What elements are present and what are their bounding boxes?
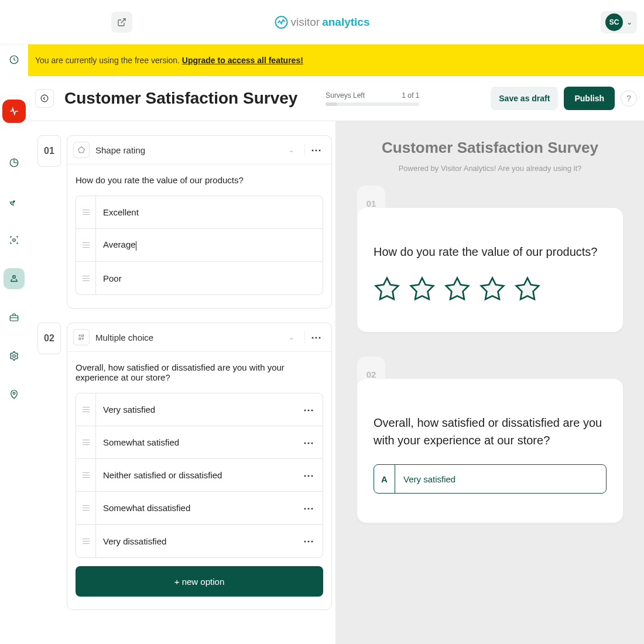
option-input[interactable]: Excellent xyxy=(96,207,323,217)
surveys-left-value: 1 of 1 xyxy=(402,91,419,100)
option-row: Poor xyxy=(76,262,323,294)
preview-question-text: How do you rate the value of our product… xyxy=(374,243,607,261)
question-number: 02 xyxy=(37,323,61,354)
star-icon[interactable] xyxy=(409,276,436,303)
svg-line-0 xyxy=(121,19,125,23)
option-more-button[interactable]: ⋯ xyxy=(303,436,314,449)
question-number: 01 xyxy=(37,135,61,167)
banner-text: You are currently using the free version… xyxy=(35,56,182,65)
logo-icon xyxy=(275,15,289,29)
nav-item-pie[interactable] xyxy=(4,152,25,173)
surveys-progress-bar xyxy=(326,102,419,106)
question-text[interactable]: How do you rate the value of our product… xyxy=(76,175,323,185)
chevron-down-icon: ⌄ xyxy=(626,18,632,26)
question-card: Shape rating ⌄ ⋯ How do you rate the val… xyxy=(67,135,332,309)
surveys-left: Surveys Left 1 of 1 xyxy=(326,91,419,106)
pentagon-icon xyxy=(73,142,90,158)
nav-item-settings[interactable] xyxy=(4,345,25,366)
preview-card: How do you rate the value of our product… xyxy=(357,208,623,332)
option-row: Excellent xyxy=(76,196,323,229)
grid-dots-icon xyxy=(73,329,90,345)
preview-title: Customer Satisfaction Survey xyxy=(347,139,633,157)
option-row: Very satisfied ⋯ xyxy=(76,393,323,426)
question-type-select[interactable]: Multiple choice xyxy=(95,333,153,342)
logo-text-part1: visitor xyxy=(291,16,320,29)
option-row: Very dissatisfied ⋯ xyxy=(76,525,323,557)
svg-point-10 xyxy=(41,95,48,102)
page-title: Customer Satisfaction Survey xyxy=(64,89,297,108)
logo: visitoranalytics xyxy=(275,15,370,29)
option-row: Somewhat dissatisfied ⋯ xyxy=(76,492,323,525)
choice-letter: A xyxy=(374,465,395,493)
nav-item-pulse[interactable] xyxy=(2,100,26,123)
preview-subtitle: Powered by Visitor Analytics! Are you al… xyxy=(347,164,633,173)
star-rating[interactable] xyxy=(374,276,607,303)
option-input[interactable]: Very satisfied xyxy=(96,405,295,415)
option-row: Somewhat satisfied ⋯ xyxy=(76,426,323,459)
option-more-button[interactable]: ⋯ xyxy=(303,502,314,515)
preview-choice[interactable]: A Very satisfied xyxy=(374,464,607,494)
star-icon[interactable] xyxy=(374,276,400,303)
option-row: Neither satisfied or dissatisfied ⋯ xyxy=(76,459,323,492)
choice-label: Very satisfied xyxy=(395,474,464,484)
add-option-button[interactable]: + new option xyxy=(76,566,323,597)
drag-handle-icon[interactable] xyxy=(76,492,96,524)
option-input[interactable]: Very dissatisfied xyxy=(96,536,295,546)
upgrade-banner: You are currently using the free version… xyxy=(28,44,644,76)
preview-question-text: Overall, how satisfied or dissatisfied a… xyxy=(374,414,607,449)
nav-item-location[interactable] xyxy=(4,384,25,405)
svg-rect-13 xyxy=(79,338,81,340)
question-type-select[interactable]: Shape rating xyxy=(95,145,145,155)
nav-item-clock[interactable] xyxy=(4,49,25,70)
upgrade-link[interactable]: Upgrade to access all features! xyxy=(182,56,303,65)
chevron-down-icon[interactable]: ⌄ xyxy=(284,146,299,154)
option-more-button[interactable]: ⋯ xyxy=(303,403,314,416)
drag-handle-icon[interactable] xyxy=(76,262,96,294)
drag-handle-icon[interactable] xyxy=(76,393,96,426)
nav-item-surveys[interactable] xyxy=(4,268,25,289)
nav-item-focus[interactable] xyxy=(4,229,25,251)
back-button[interactable] xyxy=(35,89,54,108)
option-input[interactable]: Neither satisfied or dissatisfied xyxy=(96,470,295,480)
svg-point-4 xyxy=(13,201,15,202)
svg-point-9 xyxy=(13,392,15,395)
option-input[interactable]: Somewhat satisfied xyxy=(96,437,295,447)
preview-card: Overall, how satisfied or dissatisfied a… xyxy=(357,379,623,523)
nav-item-radar[interactable] xyxy=(4,191,25,212)
option-more-button[interactable]: ⋯ xyxy=(303,469,314,482)
question-text[interactable]: Overall, how satisfied or dissatisfied a… xyxy=(76,362,323,382)
avatar: SC xyxy=(605,13,623,31)
question-more-button[interactable]: ⋯ xyxy=(311,331,322,344)
svg-rect-12 xyxy=(82,335,84,337)
drag-handle-icon[interactable] xyxy=(76,459,96,491)
question-more-button[interactable]: ⋯ xyxy=(311,143,322,156)
option-input[interactable]: Poor xyxy=(96,273,323,283)
svg-point-14 xyxy=(82,338,83,339)
option-more-button[interactable]: ⋯ xyxy=(303,535,314,547)
svg-point-8 xyxy=(13,355,16,358)
help-button[interactable]: ? xyxy=(621,90,637,107)
question-card: Multiple choice ⌄ ⋯ Overall, how satisfi… xyxy=(67,323,332,610)
surveys-left-label: Surveys Left xyxy=(326,91,365,100)
option-input[interactable]: Average xyxy=(96,239,323,250)
account-menu[interactable]: SC ⌄ xyxy=(601,11,637,33)
publish-button[interactable]: Publish xyxy=(564,87,615,110)
svg-point-6 xyxy=(13,276,16,279)
drag-handle-icon[interactable] xyxy=(76,525,96,557)
chevron-down-icon[interactable]: ⌄ xyxy=(284,334,299,341)
option-input[interactable]: Somewhat dissatisfied xyxy=(96,503,295,513)
star-icon[interactable] xyxy=(444,276,471,303)
star-icon[interactable] xyxy=(479,276,506,303)
open-external-button[interactable] xyxy=(111,12,132,33)
drag-handle-icon[interactable] xyxy=(76,426,96,458)
drag-handle-icon[interactable] xyxy=(76,196,96,228)
star-icon[interactable] xyxy=(514,276,541,303)
option-row: Average xyxy=(76,229,323,262)
logo-text-part2: analytics xyxy=(322,16,369,29)
svg-point-11 xyxy=(79,335,80,336)
drag-handle-icon[interactable] xyxy=(76,229,96,261)
svg-point-5 xyxy=(13,239,16,242)
nav-item-briefcase[interactable] xyxy=(4,307,25,328)
save-draft-button[interactable]: Save as draft xyxy=(491,87,558,110)
svg-rect-7 xyxy=(10,316,18,321)
